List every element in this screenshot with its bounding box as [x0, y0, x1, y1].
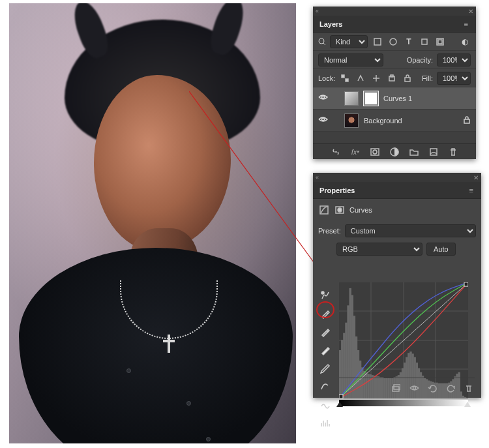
adjustment-thumbnail[interactable]	[344, 91, 359, 106]
layer-row-background[interactable]: Background	[313, 110, 476, 132]
lock-pixels-icon[interactable]	[355, 72, 366, 84]
channel-row: RGB Auto	[336, 241, 476, 258]
panel-title: Properties	[319, 187, 355, 194]
collapse-icon[interactable]: «	[316, 8, 319, 14]
edit-points-icon[interactable]	[318, 362, 333, 375]
layer-fx-icon[interactable]: fx▾	[349, 146, 361, 158]
curves-adjustment-icon	[318, 204, 330, 216]
draw-curve-icon[interactable]	[318, 380, 333, 393]
opacity-select[interactable]: 100%	[437, 53, 471, 67]
layer-thumbnail[interactable]	[344, 113, 359, 128]
svg-point-22	[338, 208, 342, 212]
panel-menu-icon[interactable]: ≡	[469, 187, 475, 194]
new-group-icon[interactable]	[408, 146, 420, 158]
layer-row-curves[interactable]: Curves 1	[313, 87, 476, 110]
new-layer-icon[interactable]	[428, 146, 439, 158]
shirt-button	[186, 401, 191, 406]
panel-grip[interactable]: « ✕	[313, 173, 481, 182]
svg-rect-5	[422, 39, 427, 44]
close-icon[interactable]: ✕	[468, 8, 473, 15]
panel-header: Properties ≡	[313, 182, 481, 199]
fill-label: Fill:	[422, 74, 433, 82]
white-point-eyedropper-icon[interactable]	[318, 344, 333, 357]
search-icon	[318, 38, 326, 46]
histogram-options-icon[interactable]	[318, 417, 333, 430]
visibility-toggle[interactable]	[318, 93, 329, 104]
layers-panel: « ✕ Layers ≡ Kind T ◐ Normal Opacity: 10…	[313, 7, 476, 159]
adjustment-type-row: Curves	[318, 203, 476, 217]
add-mask-icon[interactable]	[369, 146, 381, 158]
channel-select[interactable]: RGB	[336, 243, 422, 256]
svg-point-23	[321, 291, 324, 294]
svg-rect-7	[438, 40, 442, 44]
svg-point-13	[322, 96, 325, 98]
on-image-adjustment-icon[interactable]	[318, 289, 333, 302]
layers-footer: fx▾	[313, 143, 476, 159]
delete-layer-icon[interactable]	[447, 146, 459, 158]
smooth-icon[interactable]	[318, 398, 333, 411]
preset-row: Preset: Custom	[318, 221, 476, 241]
collapse-icon[interactable]: «	[316, 174, 319, 181]
shirt-button	[126, 368, 131, 373]
panel-header: Layers ≡	[313, 16, 476, 33]
new-adjustment-icon[interactable]	[389, 146, 400, 158]
properties-panel: « ✕ Properties ≡ Curves Preset: Custom R…	[313, 173, 481, 398]
blend-row: Normal Opacity: 100%	[313, 51, 476, 69]
reset-icon[interactable]	[445, 382, 456, 394]
lock-label: Lock:	[318, 74, 335, 82]
subject-face	[94, 75, 231, 251]
svg-rect-8	[342, 75, 344, 78]
svg-rect-96	[464, 282, 468, 286]
auto-button[interactable]: Auto	[426, 243, 456, 256]
lock-icon	[463, 116, 471, 125]
opacity-label: Opacity:	[407, 56, 433, 64]
black-slider[interactable]	[336, 398, 343, 407]
filter-toggle-icon[interactable]: ◐	[459, 36, 471, 48]
shirt-button	[206, 437, 211, 441]
gray-point-eyedropper-icon[interactable]	[318, 325, 333, 338]
lock-all-icon[interactable]	[402, 72, 413, 84]
filter-pixel-icon[interactable]	[372, 36, 383, 48]
layer-spacer	[313, 132, 476, 143]
fill-select[interactable]: 100%	[437, 72, 471, 85]
filter-shape-icon[interactable]	[419, 36, 430, 48]
preset-select[interactable]: Custom	[345, 224, 476, 237]
mask-thumbnail[interactable]	[364, 91, 378, 106]
mask-mode-icon[interactable]	[334, 204, 346, 216]
close-icon[interactable]: ✕	[473, 174, 479, 181]
panel-grip[interactable]: « ✕	[313, 7, 476, 16]
black-point-eyedropper-icon[interactable]	[318, 307, 333, 320]
filter-type-select[interactable]: Kind	[330, 35, 368, 48]
svg-rect-3	[374, 38, 381, 45]
layer-name[interactable]: Background	[364, 117, 402, 125]
panel-menu-icon[interactable]: ≡	[464, 20, 469, 28]
svg-point-1	[319, 38, 324, 44]
link-layers-icon[interactable]	[330, 146, 342, 158]
input-gradient[interactable]	[339, 400, 468, 406]
svg-rect-12	[405, 78, 410, 82]
delete-adjustment-icon[interactable]	[463, 382, 475, 394]
curves-tool-column	[318, 289, 333, 430]
visibility-toggle[interactable]	[318, 115, 329, 126]
layer-name[interactable]: Curves 1	[383, 95, 412, 102]
svg-rect-19	[430, 149, 437, 155]
document-canvas[interactable]	[9, 3, 296, 443]
svg-rect-9	[346, 79, 348, 82]
lock-position-icon[interactable]	[370, 72, 382, 84]
lock-transparency-icon[interactable]	[339, 72, 351, 84]
lock-nested-icon[interactable]	[386, 72, 398, 84]
white-slider[interactable]	[464, 398, 471, 407]
svg-point-14	[322, 118, 325, 121]
clip-to-layer-icon[interactable]	[390, 382, 402, 394]
subject-shirt	[19, 248, 293, 443]
preset-label: Preset:	[318, 227, 341, 235]
filter-adjustment-icon[interactable]	[387, 36, 399, 48]
filter-smart-icon[interactable]	[434, 36, 446, 48]
reset-previous-icon[interactable]	[426, 382, 438, 394]
toggle-visibility-icon[interactable]	[408, 382, 420, 394]
lock-row: Lock: Fill: 100%	[313, 69, 476, 87]
filter-type-icon[interactable]: T	[403, 36, 415, 48]
properties-footer	[339, 378, 475, 395]
svg-point-17	[373, 150, 377, 154]
blend-mode-select[interactable]: Normal	[318, 53, 383, 67]
